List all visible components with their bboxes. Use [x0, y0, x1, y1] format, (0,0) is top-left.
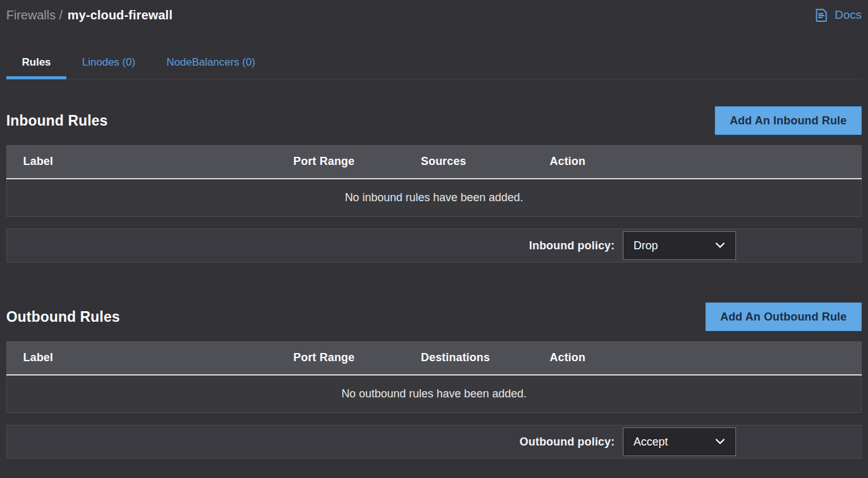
- inbound-policy-value: Drop: [633, 239, 658, 252]
- column-header-action: Action: [550, 155, 862, 168]
- add-outbound-rule-button[interactable]: Add An Outbound Rule: [705, 302, 862, 331]
- outbound-policy-select[interactable]: Accept: [623, 427, 736, 456]
- inbound-section-header: Inbound Rules Add An Inbound Rule: [6, 106, 862, 135]
- inbound-policy-label: Inbound policy:: [529, 239, 615, 252]
- column-header-port-range: Port Range: [293, 155, 421, 168]
- column-header-action: Action: [550, 351, 862, 364]
- outbound-rules-table: Label Port Range Destinations Action No …: [6, 341, 862, 413]
- column-header-destinations: Destinations: [421, 351, 550, 364]
- outbound-policy-value: Accept: [633, 436, 668, 449]
- breadcrumb-current-firewall: my-cloud-firewall: [68, 6, 173, 24]
- outbound-empty-message: No outbound rules have been added.: [341, 387, 527, 401]
- outbound-table-header: Label Port Range Destinations Action: [6, 341, 862, 376]
- firewall-detail-page: Firewalls / my-cloud-firewall Docs Rules…: [0, 0, 868, 478]
- chevron-down-icon[interactable]: [715, 436, 725, 447]
- outbound-empty-row: No outbound rules have been added.: [6, 376, 862, 413]
- add-inbound-rule-button[interactable]: Add An Inbound Rule: [715, 106, 862, 135]
- inbound-rules-title: Inbound Rules: [6, 112, 108, 129]
- inbound-empty-row: No inbound rules have been added.: [6, 179, 862, 217]
- column-header-label: Label: [23, 351, 293, 364]
- tab-bar: Rules Linodes (0) NodeBalancers (0): [6, 56, 862, 79]
- inbound-rules-table: Label Port Range Sources Action No inbou…: [6, 145, 862, 217]
- outbound-rules-title: Outbound Rules: [6, 309, 120, 326]
- outbound-section-header: Outbound Rules Add An Outbound Rule: [6, 302, 862, 331]
- document-icon[interactable]: [813, 7, 829, 24]
- breadcrumb-firewalls-link[interactable]: Firewalls /: [6, 6, 63, 24]
- tab-linodes[interactable]: Linodes (0): [66, 56, 151, 79]
- inbound-policy-select[interactable]: Drop: [623, 231, 736, 260]
- docs-link[interactable]: Docs: [813, 6, 862, 24]
- breadcrumb: Firewalls / my-cloud-firewall: [6, 6, 173, 24]
- inbound-table-header: Label Port Range Sources Action: [6, 145, 862, 179]
- tab-rules[interactable]: Rules: [6, 56, 66, 79]
- outbound-policy-row: Outbound policy: Accept: [6, 425, 862, 459]
- column-header-sources: Sources: [421, 155, 550, 168]
- outbound-policy-label: Outbound policy:: [520, 436, 615, 449]
- inbound-policy-row: Inbound policy: Drop: [6, 229, 862, 262]
- column-header-port-range: Port Range: [293, 351, 421, 364]
- top-bar: Firewalls / my-cloud-firewall Docs: [6, 0, 862, 24]
- inbound-empty-message: No inbound rules have been added.: [345, 191, 523, 204]
- tab-nodebalancers[interactable]: NodeBalancers (0): [151, 56, 271, 79]
- column-header-label: Label: [23, 155, 293, 168]
- chevron-down-icon[interactable]: [715, 240, 725, 251]
- docs-link-label[interactable]: Docs: [835, 6, 862, 24]
